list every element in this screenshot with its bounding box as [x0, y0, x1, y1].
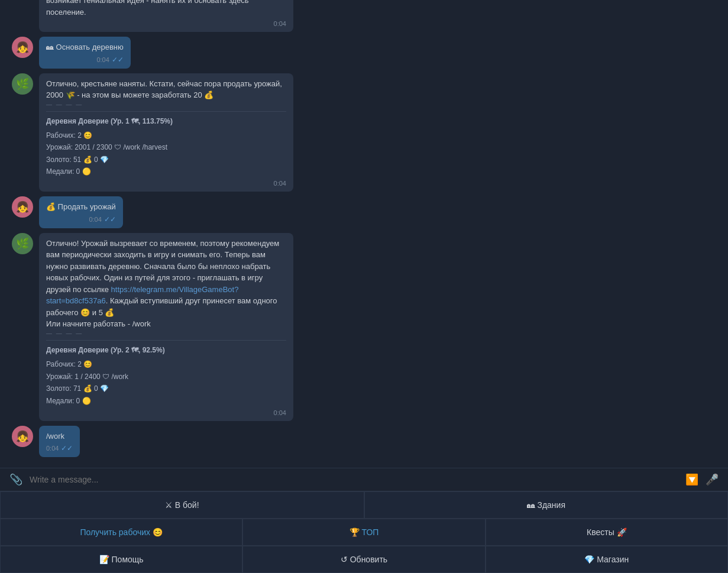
action-button-2[interactable]: 💎 Магазин [486, 546, 728, 573]
avatar: 👧 [12, 196, 33, 218]
button-row-1: ⚔ В бой!🏘 Здания [0, 491, 728, 519]
read-check-icon: ✓✓ [104, 215, 116, 224]
stat-line: Рабочих: 2 😊 [46, 358, 286, 370]
expand-icon[interactable]: 🔽 [685, 473, 698, 486]
separator: — — — — [46, 330, 286, 336]
action-button-0[interactable]: 📝 Помощь [0, 546, 242, 573]
user-bubble: 💰 Продать урожай0:04✓✓ [39, 196, 123, 228]
message-time: 0:04 [46, 20, 286, 27]
action-button-1[interactable]: ↺ Обновить [242, 546, 485, 573]
bubble-text: 🏘 Основать деревню [46, 41, 124, 53]
message-row: 👧🏘 Основать деревню0:04✓✓ [12, 37, 716, 69]
stat-line: Золото: 71 💰 0 💎 [46, 383, 286, 394]
message-time: 0:04✓✓ [46, 215, 116, 224]
stat-line: Медали: 0 🟡 [46, 166, 286, 177]
avatar: 👧 [12, 37, 33, 58]
message-time: 0:04 [46, 180, 286, 187]
bubble-text: Отлично, крестьяне наняты. Кстати, сейча… [46, 78, 286, 101]
invite-link[interactable]: https://telegram.me/VillageGameBot?start… [46, 285, 238, 306]
bubble-text: 💰 Продать урожай [46, 201, 116, 213]
message-row: 👧💰 Продать урожай0:04✓✓ [12, 196, 716, 228]
bot-bubble: Отлично, крестьяне наняты. Кстати, сейча… [39, 73, 293, 192]
message-row: 👧/work0:04✓✓ [12, 426, 716, 458]
avatar: 🌿 [12, 73, 33, 95]
bubble-text: /work [46, 430, 73, 442]
user-bubble: 🏘 Основать деревню0:04✓✓ [39, 37, 131, 69]
mic-icon[interactable]: 🎤 [706, 473, 719, 486]
action-button-1[interactable]: 🏆 ТОП [242, 519, 485, 546]
separator: — — — — [46, 101, 286, 108]
action-button-0[interactable]: Получить рабочих 😊 [0, 519, 242, 546]
stat-line: Урожай: 2001 / 2300 🛡 /work /harvest [46, 141, 286, 153]
button-row-2: Получить рабочих 😊🏆 ТОПКвесты 🚀 [0, 519, 728, 546]
bot-bubble: Отлично! Урожай вызревает со временем, п… [39, 233, 293, 421]
message-row: 🌿Отлично, крестьяне наняты. Кстати, сейч… [12, 73, 716, 192]
bottom-buttons: ⚔ В бой!🏘 Здания Получить рабочих 😊🏆 ТОП… [0, 491, 728, 573]
stat-line: Рабочих: 2 😊 [46, 130, 286, 141]
message-time: 0:04✓✓ [46, 444, 73, 452]
message-input[interactable] [30, 475, 678, 484]
stat-line: Медали: 0 🟡 [46, 395, 286, 407]
read-check-icon: ✓✓ [61, 444, 73, 452]
action-button-2[interactable]: Квесты 🚀 [486, 519, 728, 546]
action-button-0[interactable]: ⚔ В бой! [0, 491, 364, 519]
bot-bubble: Вот это удача! Дальше вы видите двух кре… [39, 0, 293, 32]
stat-line: Золото: 51 💰 0 💎 [46, 154, 286, 166]
avatar: 🌿 [12, 233, 33, 254]
button-row-3: 📝 Помощь↺ Обновить💎 Магазин [0, 546, 728, 573]
message-row: 🌿Вот это удача! Дальше вы видите двух кр… [12, 0, 716, 32]
input-area: 📎 🔽 🎤 [0, 468, 728, 491]
read-check-icon: ✓✓ [112, 56, 124, 64]
stats-block: Деревня Доверие (Ур. 1 🗺, 113.75%)Рабочи… [46, 111, 286, 178]
stats-block: Деревня Доверие (Ур. 2 🗺, 92.5%)Рабочих:… [46, 340, 286, 407]
message-row: 🌿Отлично! Урожай вызревает со временем, … [12, 233, 716, 421]
attach-icon[interactable]: 📎 [9, 473, 22, 486]
user-bubble: /work0:04✓✓ [39, 426, 80, 458]
chat-area[interactable]: 🌿Вы идете по плодородным полям и видите,… [0, 0, 728, 468]
action-button-1[interactable]: 🏘 Здания [364, 491, 729, 519]
avatar: 👧 [12, 426, 33, 447]
bubble-text: Вот это удача! Дальше вы видите двух кре… [46, 0, 286, 18]
message-time: 0:04✓✓ [46, 56, 124, 64]
message-time: 0:04 [46, 409, 286, 416]
bubble-text: Отлично! Урожай вызревает со временем, п… [46, 238, 286, 330]
stat-line: Урожай: 1 / 2400 🛡 /work [46, 371, 286, 383]
